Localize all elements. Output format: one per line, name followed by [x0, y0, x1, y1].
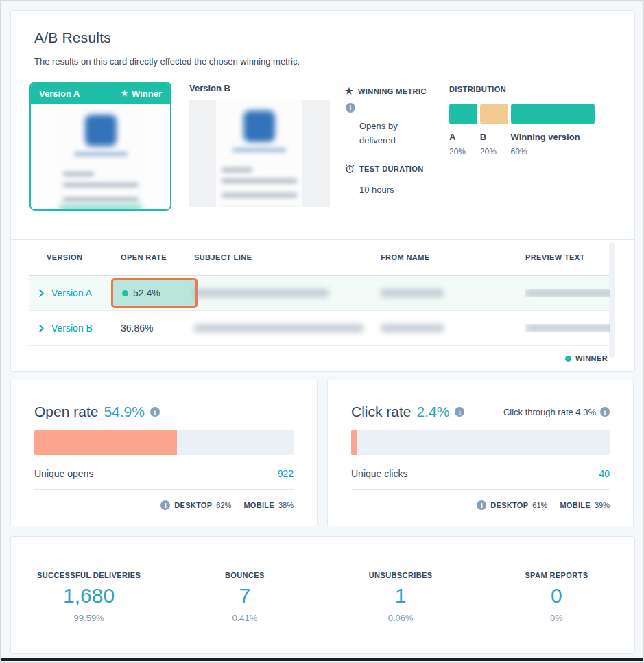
- email-logo-blurred: [243, 110, 275, 142]
- header-open-rate: OPEN RATE: [121, 253, 194, 261]
- version-preview-row: Version A ★ Winner: [29, 82, 634, 211]
- distribution-pct-winner: 60%: [511, 147, 595, 156]
- divider: [351, 489, 610, 490]
- winning-metric-label: WINNING METRIC: [358, 87, 427, 95]
- stat-value[interactable]: 1: [323, 584, 479, 607]
- stat-label: SPAM REPORTS: [479, 571, 634, 579]
- mobile-value: 39%: [595, 501, 610, 509]
- table-header-row: VERSION OPEN RATE SUBJECT LINE FROM NAME…: [29, 240, 609, 276]
- star-icon: ★: [345, 86, 353, 95]
- click-rate-card: Click rate 2.4% i Click through rate 4.3…: [327, 380, 634, 526]
- open-rate-highlighted-cell: 52.4%: [111, 278, 198, 308]
- card-subtitle: The results on this card directly effect…: [34, 56, 634, 67]
- ab-test-results-page: A/B Results The results on this card dir…: [0, 0, 644, 663]
- stat-value[interactable]: 1,680: [11, 584, 167, 607]
- distribution-label: DISTRIBUTION: [449, 85, 595, 93]
- test-duration-header: TEST DURATION: [345, 164, 444, 174]
- header-preview-text: PREVIEW TEXT: [525, 253, 610, 261]
- version-b-row-link[interactable]: Version B: [29, 323, 93, 334]
- distribution-name-a: A: [449, 132, 477, 142]
- winner-badge-label: Winner: [132, 89, 162, 99]
- divider: [34, 489, 294, 490]
- version-a-label: Version A: [39, 89, 80, 99]
- stat-label: SUCCESSFUL DELIVERIES: [11, 571, 167, 579]
- open-rate-value-b: 36.86%: [121, 323, 153, 334]
- version-a-card[interactable]: Version A ★ Winner: [29, 82, 171, 211]
- alarm-clock-icon: [345, 164, 355, 174]
- click-rate-title: Click rate: [351, 404, 412, 420]
- mobile-label: MOBILE: [560, 501, 591, 509]
- chevron-right-icon[interactable]: [39, 290, 44, 297]
- winner-legend: WINNER: [29, 354, 609, 362]
- distribution-pct-a: 20%: [449, 147, 477, 156]
- open-rate-card: Open rate 54.9% i Unique opens 922 i DES…: [10, 380, 318, 526]
- distribution-pct-b: 20%: [480, 147, 508, 156]
- info-icon[interactable]: i: [346, 103, 355, 113]
- email-logo-blurred: [85, 115, 117, 146]
- open-rate-value-a: 52.4%: [133, 288, 160, 299]
- stat-percent: 0.41%: [167, 613, 322, 623]
- version-b-email-preview[interactable]: [189, 100, 330, 207]
- distribution-legend: A 20% B 20% Winning version 60%: [449, 132, 595, 156]
- from-name-blurred: [381, 289, 444, 297]
- unique-opens-label: Unique opens: [34, 468, 93, 479]
- winner-badge: ★ Winner: [121, 89, 162, 99]
- info-icon[interactable]: i: [600, 407, 610, 417]
- table-scrollbar[interactable]: [609, 242, 615, 358]
- stat-value[interactable]: 0: [479, 584, 634, 607]
- subject-line-blurred: [194, 289, 329, 297]
- stat-value[interactable]: 7: [167, 584, 322, 607]
- version-a-email-preview[interactable]: [31, 104, 170, 209]
- stat-successful-deliveries: SUCCESSFUL DELIVERIES 1,680 99.59%: [11, 571, 167, 623]
- open-rate-title: Open rate: [34, 404, 98, 420]
- winning-metric-header: ★ WINNING METRIC: [345, 86, 444, 95]
- stat-percent: 0.06%: [323, 613, 479, 623]
- open-rate-bar-fill: [34, 430, 177, 455]
- open-rate-bar-track: [34, 430, 294, 455]
- unique-opens-value[interactable]: 922: [278, 468, 294, 479]
- desktop-value: 61%: [532, 501, 547, 509]
- click-rate-value: 2.4%: [417, 404, 450, 420]
- chevron-right-icon[interactable]: [39, 325, 44, 332]
- star-icon: ★: [121, 89, 128, 97]
- stat-unsubscribes: UNSUBSCRIBES 1 0.06%: [323, 571, 479, 623]
- distribution-segment-winner: [511, 104, 595, 124]
- click-rate-bar-fill: [351, 430, 357, 455]
- stat-label: BOUNCES: [167, 571, 322, 579]
- info-icon[interactable]: i: [150, 407, 160, 417]
- version-a-header: Version A ★ Winner: [31, 83, 170, 104]
- table-row-version-b: Version B 36.86%: [29, 311, 609, 346]
- distribution-bar: [449, 104, 595, 124]
- open-rate-value: 54.9%: [104, 404, 145, 420]
- desktop-label: DESKTOP: [174, 501, 212, 509]
- click-rate-bar-track: [351, 430, 610, 455]
- rate-cards-row: Open rate 54.9% i Unique opens 922 i DES…: [10, 380, 634, 526]
- mobile-value: 38%: [278, 501, 294, 509]
- click-through-rate: Click through rate 4.3% i: [503, 407, 610, 417]
- winner-dot-icon: [122, 290, 128, 296]
- unique-clicks-value[interactable]: 40: [599, 468, 610, 479]
- stat-label: UNSUBSCRIBES: [323, 571, 479, 579]
- from-name-blurred: [381, 324, 444, 332]
- stat-percent: 99.59%: [11, 613, 167, 623]
- screenshot-bottom-border: [1, 658, 643, 661]
- winning-metric-column: ★ WINNING METRIC i Opens by delivered: [345, 82, 444, 197]
- stat-percent: 0%: [479, 613, 634, 623]
- info-icon[interactable]: i: [160, 500, 170, 510]
- info-icon[interactable]: i: [477, 500, 486, 510]
- email-page: [58, 104, 144, 209]
- unique-clicks-label: Unique clicks: [351, 468, 407, 479]
- preview-text-blurred: [525, 289, 610, 297]
- device-breakdown: i DESKTOP 62% MOBILE 38%: [34, 500, 294, 510]
- desktop-label: DESKTOP: [490, 501, 528, 509]
- header-subject-line: SUBJECT LINE: [194, 253, 381, 261]
- mobile-label: MOBILE: [243, 501, 274, 509]
- distribution-segment-b: [480, 104, 508, 124]
- version-b-block: Version B: [189, 82, 330, 207]
- distribution-name-b: B: [480, 132, 508, 142]
- version-a-row-link[interactable]: Version A: [29, 288, 92, 299]
- info-icon[interactable]: i: [455, 407, 464, 417]
- header-from-name: FROM NAME: [381, 253, 525, 261]
- distribution-name-winner: Winning version: [511, 132, 595, 142]
- ab-results-card: A/B Results The results on this card dir…: [10, 10, 635, 372]
